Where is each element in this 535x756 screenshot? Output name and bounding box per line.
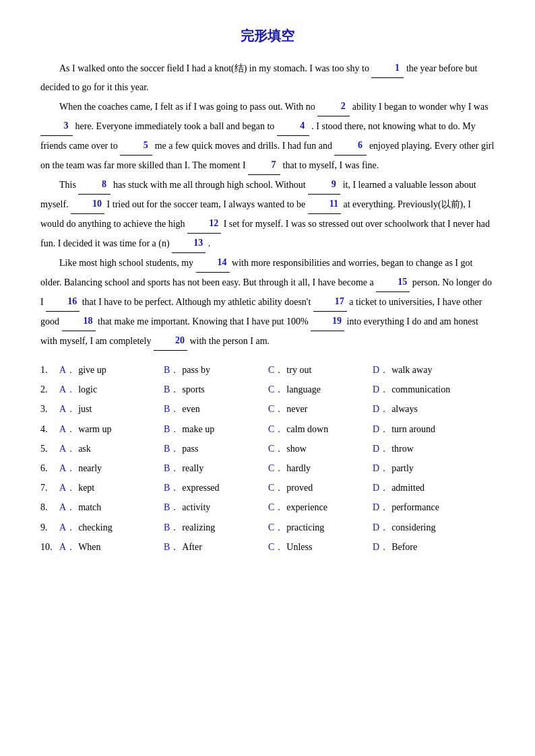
blank-9: 9 bbox=[308, 175, 340, 195]
option-9-B: B．realizing bbox=[164, 519, 268, 536]
option-4-C: C．calm down bbox=[268, 421, 373, 438]
blank-19: 19 bbox=[311, 312, 344, 331]
option-row-8: 8. A．match B．activity C．experience D．per… bbox=[40, 499, 495, 516]
option-1-A: A．give up bbox=[59, 362, 164, 378]
blank-13: 13 bbox=[172, 234, 206, 253]
blank-10: 10 bbox=[71, 195, 104, 214]
blank-3: 3 bbox=[40, 116, 73, 136]
blank-20: 20 bbox=[154, 331, 187, 351]
option-5-D: D．throw bbox=[373, 440, 477, 457]
option-1-D: D．walk away bbox=[373, 362, 477, 378]
option-row-9: 9. A．checking B．realizing C．practicing D… bbox=[40, 519, 495, 536]
para3b-text: has stuck with me all through high schoo… bbox=[113, 180, 306, 190]
blank-7: 7 bbox=[248, 156, 280, 175]
blank-4: 4 bbox=[277, 116, 309, 136]
option-num-1: 1. bbox=[40, 362, 59, 378]
option-3-A: A．just bbox=[59, 401, 164, 417]
option-num-4: 4. bbox=[40, 421, 59, 438]
option-row-3: 3. A．just B．even C．never D．always bbox=[40, 401, 495, 417]
option-5-B: B．pass bbox=[164, 440, 268, 457]
option-row-5: 5. A．ask B．pass C．show D．throw bbox=[40, 440, 495, 457]
option-10-B: B．After bbox=[164, 539, 268, 555]
blank-12: 12 bbox=[187, 214, 221, 234]
option-row-2: 2. A．logic B．sports C．language D．communi… bbox=[40, 381, 495, 398]
option-6-B: B．really bbox=[164, 460, 268, 477]
blank-18: 18 bbox=[62, 312, 96, 331]
option-1-B: B．pass by bbox=[164, 362, 268, 378]
option-row-6: 6. A．nearly B．really C．hardly D．partly bbox=[40, 460, 495, 477]
option-9-D: D．considering bbox=[373, 519, 477, 536]
blank-17: 17 bbox=[313, 292, 347, 312]
passage: As I walked onto the soccer field I had … bbox=[40, 59, 495, 351]
option-4-D: D．turn around bbox=[373, 421, 477, 438]
blank-2: 2 bbox=[317, 97, 350, 116]
option-num-8: 8. bbox=[40, 499, 59, 516]
option-6-A: A．nearly bbox=[59, 460, 164, 477]
option-2-C: C．language bbox=[268, 381, 373, 398]
option-9-C: C．practicing bbox=[268, 519, 373, 536]
blank-1: 1 bbox=[371, 59, 404, 78]
option-8-A: A．match bbox=[59, 499, 164, 516]
option-7-D: D．admitted bbox=[373, 479, 477, 496]
option-6-C: C．hardly bbox=[268, 460, 373, 477]
option-8-B: B．activity bbox=[164, 499, 268, 516]
option-8-C: C．experience bbox=[268, 499, 373, 516]
option-6-D: D．partly bbox=[373, 460, 477, 477]
option-7-A: A．kept bbox=[59, 479, 164, 496]
option-7-B: B．expressed bbox=[164, 479, 268, 496]
option-row-1: 1. A．give up B．pass by C．try out D．walk … bbox=[40, 362, 495, 378]
para3-text: This bbox=[59, 180, 76, 190]
blank-14: 14 bbox=[196, 253, 230, 273]
para2-text: When the coaches came, I felt as if I wa… bbox=[59, 102, 315, 112]
para3g-text: . bbox=[208, 238, 211, 248]
para2e-text: me a few quick moves and drills. I had f… bbox=[155, 141, 332, 151]
option-8-D: D．performance bbox=[373, 499, 477, 516]
option-num-2: 2. bbox=[40, 381, 59, 398]
option-2-D: D．communication bbox=[373, 381, 477, 398]
option-9-A: A．checking bbox=[59, 519, 164, 536]
para1-text: As I walked onto the soccer field I had … bbox=[59, 63, 369, 73]
option-num-6: 6. bbox=[40, 460, 59, 477]
option-row-7: 7. A．kept B．expressed C．proved D．admitte… bbox=[40, 479, 495, 496]
option-5-A: A．ask bbox=[59, 440, 164, 457]
option-3-C: C．never bbox=[268, 401, 373, 417]
para2c-text: here. Everyone immediately took a ball a… bbox=[75, 121, 275, 131]
para4d-text: that I have to be perfect. Although my a… bbox=[82, 297, 311, 307]
para2b-text: ability I began to wonder why I was bbox=[352, 102, 489, 112]
blank-16: 16 bbox=[46, 292, 80, 312]
option-10-C: C．Unless bbox=[268, 539, 373, 555]
option-num-7: 7. bbox=[40, 479, 59, 496]
para4h-text: with the person I am. bbox=[189, 336, 270, 346]
option-num-5: 5. bbox=[40, 440, 59, 457]
option-4-B: B．make up bbox=[164, 421, 268, 438]
option-2-B: B．sports bbox=[164, 381, 268, 398]
blank-5: 5 bbox=[120, 136, 152, 156]
option-num-10: 10. bbox=[40, 539, 59, 555]
option-row-4: 4. A．warm up B．make up C．calm down D．tur… bbox=[40, 421, 495, 438]
option-10-A: A．When bbox=[59, 539, 164, 555]
option-num-3: 3. bbox=[40, 401, 59, 417]
option-7-C: C．proved bbox=[268, 479, 373, 496]
option-row-10: 10. A．When B．After C．Unless D．Before bbox=[40, 539, 495, 555]
option-5-C: C．show bbox=[268, 440, 373, 457]
options-section: 1. A．give up B．pass by C．try out D．walk … bbox=[40, 362, 495, 555]
option-3-B: B．even bbox=[164, 401, 268, 417]
para2g-text: that to myself, I was fine. bbox=[283, 160, 379, 170]
option-10-D: D．Before bbox=[373, 539, 477, 555]
option-num-9: 9. bbox=[40, 519, 59, 536]
title: 完形填空 bbox=[40, 27, 495, 45]
blank-8: 8 bbox=[78, 175, 111, 195]
option-4-A: A．warm up bbox=[59, 421, 164, 438]
blank-15: 15 bbox=[376, 273, 410, 292]
blank-6: 6 bbox=[334, 136, 367, 156]
blank-11: 11 bbox=[308, 195, 341, 214]
para3d-text: I tried out for the soccer team, I alway… bbox=[107, 199, 306, 209]
option-2-A: A．logic bbox=[59, 381, 164, 398]
para4f-text: that make me important. Knowing that I h… bbox=[98, 316, 309, 327]
option-3-D: D．always bbox=[373, 401, 477, 417]
para4-text: Like most high school students, my bbox=[59, 258, 193, 268]
option-1-C: C．try out bbox=[268, 362, 373, 378]
